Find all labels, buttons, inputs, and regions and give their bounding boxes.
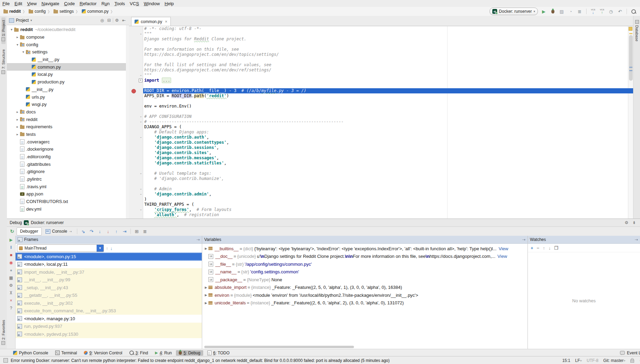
tree-item-config[interactable]: ▾config (7, 41, 129, 48)
scroll-to-source-icon[interactable]: ◎ (99, 18, 105, 23)
toolwindow-toggle-icon[interactable] (3, 358, 8, 363)
tree-item-tests[interactable]: ▸tests (7, 131, 129, 138)
toolwindow-tab-4-run[interactable]: ▶4: Run (152, 350, 175, 356)
toolwindow-button-1-project[interactable]: 1: Project (1, 17, 6, 44)
expand-icon[interactable]: ▶ (204, 293, 208, 297)
menu-item-refactor[interactable]: Refactor (77, 1, 99, 6)
execution-line[interactable]: ROOT_DIR = environ.Path(__file__) - 3 # … (143, 88, 633, 93)
code-line[interactable]: 'django.contrib.messages', (144, 155, 633, 161)
gutter-row[interactable] (129, 109, 143, 114)
code-line[interactable]: """ (144, 31, 633, 37)
frame-row[interactable]: run, pydevd.py:937 (16, 323, 202, 331)
frame-row[interactable]: __getattr__, __init__.py:55 (16, 292, 202, 300)
code-line[interactable]: # Useful template tags: (144, 171, 633, 176)
breadcrumb-item-reddit[interactable]: reddit (3, 9, 21, 14)
code-line[interactable] (144, 109, 633, 114)
gutter-row[interactable] (129, 212, 143, 218)
gutter-row[interactable] (129, 99, 143, 104)
code-line[interactable]: # Default Django apps: (144, 130, 633, 135)
menu-item-file[interactable]: File (0, 1, 12, 6)
code-line[interactable] (144, 83, 633, 88)
profiler-icon[interactable]: ◔ (568, 8, 574, 14)
variable-row[interactable]: 18__doc__={unicode}u'\nDjango settings f… (202, 253, 528, 261)
toolwindow-button-7-structure[interactable]: 7: Structure (1, 47, 6, 77)
debugger-settings-icon[interactable]: ⚙ (9, 283, 13, 288)
code-line[interactable] (144, 166, 633, 171)
local-history-icon[interactable]: ◷ (608, 8, 614, 14)
code-line[interactable]: 'allauth', # registration (144, 212, 633, 218)
tree-item-reddit[interactable]: ▾reddit~/cookiecutter/reddit (7, 26, 129, 33)
frame-row[interactable]: <module>, common.py:15 (16, 253, 202, 261)
code-line[interactable]: 'django.contrib.contenttypes', (144, 140, 633, 145)
vcs-update-icon[interactable]: VCS↓ (590, 8, 596, 14)
tree-item-app-json[interactable]: Japp.json (7, 190, 129, 198)
run-icon[interactable]: ▶ (541, 8, 547, 14)
variable-row[interactable]: 18__name__={str}'config.settings.common' (202, 268, 528, 276)
gutter-row[interactable] (129, 166, 143, 171)
tree-item-dev-yml[interactable]: dev.yml (7, 205, 129, 213)
vcs-commit-icon[interactable]: VCS↑ (599, 8, 605, 14)
force-step-into-icon[interactable]: ↓ (104, 229, 112, 234)
tree-item--gitattributes[interactable]: .gitattributes (7, 160, 129, 168)
gutter-row[interactable] (129, 57, 143, 62)
breadcrumb-item-settings[interactable]: settings (53, 9, 74, 14)
gutter-row[interactable]: ⌄ (129, 114, 143, 119)
run-with-coverage-icon[interactable]: ▨ (559, 8, 565, 14)
search-everywhere-icon[interactable] (630, 8, 637, 14)
view-link[interactable]: View (499, 246, 508, 251)
gutter-row[interactable] (129, 145, 143, 150)
gutter-row[interactable] (129, 124, 143, 130)
tree-item-requirements[interactable]: ▸requirements (7, 123, 129, 131)
tree-item-reddit[interactable]: ▸reddit (7, 115, 129, 123)
tree-item--editorconfig[interactable]: .editorconfig (7, 153, 129, 161)
menu-item-code[interactable]: Code (62, 1, 77, 6)
code-line[interactable]: 'django.contrib.auth', (144, 135, 633, 140)
gutter-row[interactable]: + (129, 78, 143, 83)
gutter-row[interactable] (129, 150, 143, 155)
toolwindow-tab-5-debug[interactable]: 5: Debug (176, 350, 203, 356)
code-line[interactable]: # Admin (144, 186, 633, 192)
run-configuration-select[interactable]: dj Docker: runserver ▾ (490, 8, 538, 15)
code-line[interactable]: 'django.contrib.sessions', (144, 145, 633, 150)
project-tree-scrollbar[interactable] (126, 25, 129, 219)
show-execution-point-icon[interactable]: ⇘ (79, 229, 87, 234)
code-line[interactable]: # APP CONFIGURATION (144, 114, 633, 119)
tree-item-docs[interactable]: ▸docs (7, 108, 129, 116)
code-line[interactable]: # -*- coding: utf-8 -*- (144, 26, 633, 31)
menu-item-window[interactable]: Window (141, 1, 162, 6)
tree-item-__init__-py[interactable]: __init__.py (7, 56, 129, 63)
unfold-marker-icon[interactable]: + (139, 79, 142, 82)
expand-icon[interactable]: ▶ (204, 247, 208, 250)
step-over-icon[interactable]: ↷ (88, 229, 95, 234)
resume-icon[interactable]: ▶ (9, 238, 12, 242)
hide-panel-icon[interactable]: ⇤ (121, 18, 127, 23)
toolwindow-button-2-favorites[interactable]: 2: Favorites (1, 317, 6, 347)
gutter-row[interactable] (129, 155, 143, 161)
code-line[interactable] (144, 57, 633, 62)
run-configurations-icon[interactable]: ≣ (577, 8, 583, 14)
fold-marker-icon[interactable]: ⌄ (139, 208, 142, 211)
tree-item--pylintrc[interactable]: .pylintrc (7, 175, 129, 183)
gutter-row[interactable] (129, 202, 143, 207)
caret-position[interactable]: 15:1 (562, 358, 570, 363)
toolwindow-button-database[interactable]: Database (635, 17, 639, 44)
previous-frame-icon[interactable]: ↑ (106, 246, 108, 251)
debug-settings-icon[interactable]: ⚙ (623, 220, 630, 225)
variable-row[interactable]: ▶unicode_literals={instance}_Feature: _F… (202, 299, 528, 307)
move-watch-down-icon[interactable]: ↓ (549, 245, 551, 251)
breadcrumb-item-common-py[interactable]: common.py (81, 9, 109, 14)
editor-scrollbar[interactable] (628, 26, 633, 219)
pause-icon[interactable]: ‖ (10, 245, 12, 250)
evaluate-expression-icon[interactable]: ⊞ (133, 229, 140, 234)
step-out-icon[interactable]: ↑ (112, 229, 120, 234)
gutter-row[interactable] (129, 93, 143, 99)
step-into-icon[interactable]: ↓ (96, 229, 104, 234)
rollback-icon[interactable]: ↶ (617, 8, 623, 14)
code-line[interactable]: https://docs.djangoproject.com/en/dev/re… (144, 68, 633, 73)
menu-item-help[interactable]: Help (162, 1, 176, 6)
gutter-row[interactable]: ⌄ (129, 73, 143, 78)
fold-marker-icon[interactable]: ⌄ (139, 187, 142, 190)
gutter-row[interactable] (129, 68, 143, 73)
debug-bug-icon[interactable] (550, 8, 556, 14)
code-line[interactable]: Django settings for Reddit Clone project… (144, 37, 633, 42)
